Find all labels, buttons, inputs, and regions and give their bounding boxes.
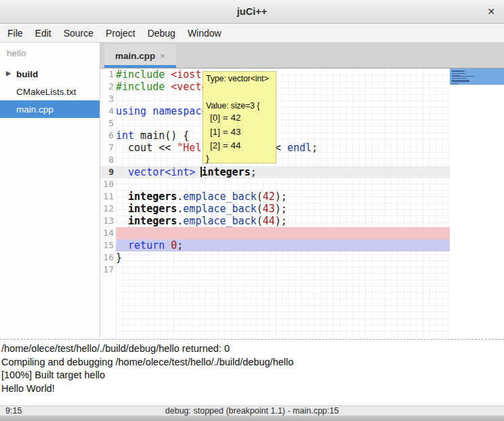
line-number[interactable]: 12 bbox=[100, 203, 114, 215]
line-number[interactable]: 15 bbox=[100, 239, 114, 252]
line-number[interactable]: 6 bbox=[100, 129, 114, 142]
minimap-code-line bbox=[452, 73, 465, 74]
menu-item-edit[interactable]: Edit bbox=[29, 28, 58, 39]
minimap[interactable] bbox=[450, 68, 504, 337]
code-line-13[interactable]: 13 integers.emplace_back(44); bbox=[100, 215, 450, 227]
menu-item-project[interactable]: Project bbox=[100, 28, 142, 39]
code-line-10[interactable]: 10 bbox=[100, 178, 450, 191]
minimap-code-line bbox=[452, 71, 463, 72]
minimap-code-line bbox=[452, 81, 469, 82]
line-number[interactable]: 5 bbox=[100, 117, 114, 129]
output-console[interactable]: /home/olece/test/hello/./build/debug/hel… bbox=[0, 341, 504, 405]
line-content: } bbox=[116, 252, 450, 264]
line-number[interactable]: 3 bbox=[100, 93, 114, 105]
tree-item-label: build bbox=[16, 69, 38, 79]
line-number[interactable]: 7 bbox=[100, 142, 114, 154]
line-content: integers.emplace_back(42); bbox=[116, 191, 450, 203]
tree-item-label: CMakeLists.txt bbox=[16, 87, 77, 97]
minimap-code-line bbox=[452, 84, 453, 85]
code-line-17[interactable]: 17 bbox=[100, 264, 450, 276]
file-tree-sidebar: hello ▶buildCMakeLists.txtmain.cpp bbox=[0, 43, 100, 340]
output-line: [100%] Built target hello bbox=[1, 369, 504, 382]
output-line: Compiling and debugging /home/olece/test… bbox=[1, 356, 504, 369]
line-number[interactable]: 8 bbox=[100, 154, 114, 166]
tooltip-entry: [1] = 43 bbox=[210, 125, 273, 140]
line-number[interactable]: 1 bbox=[100, 68, 114, 81]
menu-item-source[interactable]: Source bbox=[58, 28, 100, 39]
tooltip-value-line: Value: size=3 { bbox=[206, 100, 273, 111]
line-number[interactable]: 14 bbox=[100, 227, 114, 239]
menu-bar: FileEditSourceProjectDebugWindow bbox=[0, 24, 504, 43]
debug-status: debug: stopped (breakpoint 1.1) - main.c… bbox=[0, 406, 504, 416]
line-number[interactable]: 9 bbox=[100, 166, 114, 178]
minimap-code-line bbox=[452, 76, 474, 77]
window-title: juCi++ bbox=[237, 6, 267, 17]
code-line-11[interactable]: 11 integers.emplace_back(42); bbox=[100, 191, 450, 203]
line-number[interactable]: 17 bbox=[100, 264, 114, 276]
tab-bar: main.cpp × bbox=[100, 43, 504, 68]
code-line-15[interactable]: 15 return 0; bbox=[100, 239, 450, 252]
line-number[interactable]: 2 bbox=[100, 81, 114, 93]
expander-icon[interactable]: ▶ bbox=[6, 70, 11, 77]
window-bottom-edge bbox=[0, 416, 504, 421]
minimap-viewport[interactable] bbox=[450, 68, 504, 85]
menu-item-window[interactable]: Window bbox=[182, 28, 228, 39]
debug-value-tooltip: Type: vector<int> Value: size=3 { [0] = … bbox=[203, 71, 276, 163]
line-number[interactable]: 10 bbox=[100, 178, 114, 191]
line-content: using namespace std; bbox=[116, 105, 450, 117]
line-content: #include <vector> bbox=[116, 81, 450, 93]
file-tree: ▶buildCMakeLists.txtmain.cpp bbox=[0, 65, 100, 118]
tab-close-icon[interactable]: × bbox=[160, 51, 165, 61]
tree-item-cmakelists-txt[interactable]: CMakeLists.txt bbox=[0, 83, 100, 100]
tree-item-build[interactable]: ▶build bbox=[0, 65, 100, 83]
title-bar: juCi++ ✕ bbox=[0, 0, 504, 24]
juci-window: juCi++ ✕ FileEditSourceProjectDebugWindo… bbox=[0, 0, 504, 421]
code-line-12[interactable]: 12 integers.emplace_back(43); bbox=[100, 203, 450, 215]
tooltip-entry: [0] = 42 bbox=[210, 111, 273, 125]
output-line: Hello World! bbox=[1, 382, 504, 396]
line-content: return 0; bbox=[116, 239, 450, 252]
code-line-16[interactable]: 16} bbox=[100, 252, 450, 264]
menu-item-debug[interactable]: Debug bbox=[142, 28, 182, 39]
tree-item-label: main.cpp bbox=[16, 104, 54, 115]
line-content: #include <iostream> bbox=[116, 68, 450, 81]
line-number[interactable]: 13 bbox=[100, 215, 114, 227]
menu-item-file[interactable]: File bbox=[1, 28, 29, 39]
tooltip-entries: [0] = 42[1] = 43[2] = 44 bbox=[206, 111, 273, 153]
code-line-9[interactable]: 9 vector<int> integers; bbox=[100, 166, 450, 178]
tab-label: main.cpp bbox=[115, 51, 155, 61]
minimap-code-line bbox=[452, 83, 459, 84]
cursor-position: 9:15 bbox=[5, 406, 22, 416]
line-number[interactable]: 16 bbox=[100, 252, 114, 264]
tooltip-closing-brace: } bbox=[206, 153, 273, 164]
line-content: vector<int> integers; bbox=[116, 166, 450, 178]
close-icon[interactable]: ✕ bbox=[487, 6, 495, 17]
line-content: cout << "Hello World!" << endl; bbox=[116, 142, 450, 154]
line-content: integers.emplace_back(43); bbox=[116, 203, 450, 215]
line-content: integers.emplace_back(44); bbox=[116, 215, 450, 227]
line-content: int main() { bbox=[116, 129, 450, 142]
minimap-code-line bbox=[452, 78, 467, 79]
line-number[interactable]: 11 bbox=[100, 191, 114, 203]
tree-item-main-cpp[interactable]: main.cpp bbox=[0, 100, 100, 118]
tooltip-type-line: Type: vector<int> bbox=[206, 73, 273, 84]
project-name: hello bbox=[7, 48, 100, 58]
tooltip-entry: [2] = 44 bbox=[210, 139, 273, 153]
output-line: /home/olece/test/hello/./build/debug/hel… bbox=[1, 342, 504, 356]
status-bar: 9:15 debug: stopped (breakpoint 1.1) - m… bbox=[0, 405, 504, 416]
code-line-14[interactable]: 14 bbox=[100, 227, 450, 239]
line-number[interactable]: 4 bbox=[100, 105, 114, 117]
tab-main-cpp[interactable]: main.cpp × bbox=[104, 44, 176, 68]
